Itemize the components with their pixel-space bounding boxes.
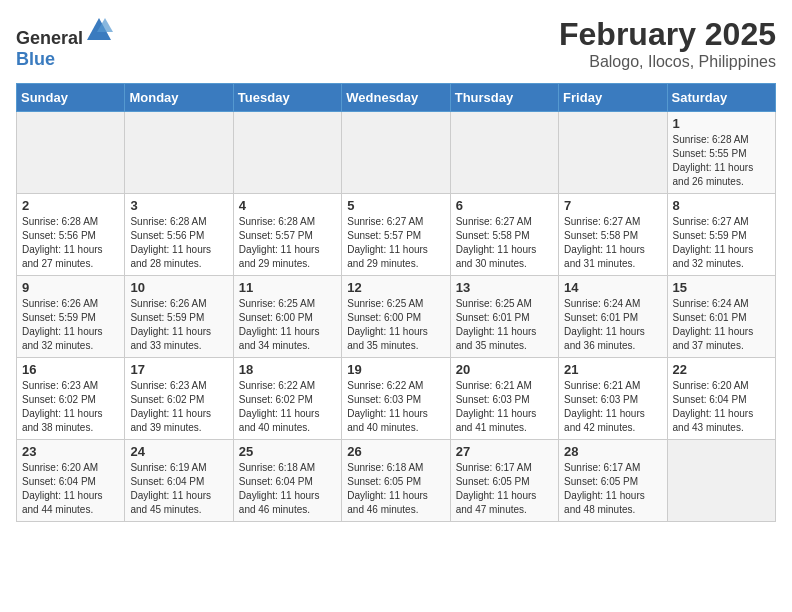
cell-content: Sunrise: 6:26 AMSunset: 5:59 PMDaylight:… [130, 297, 227, 353]
calendar-cell: 27Sunrise: 6:17 AMSunset: 6:05 PMDayligh… [450, 440, 558, 522]
day-number: 16 [22, 362, 119, 377]
calendar-cell: 9Sunrise: 6:26 AMSunset: 5:59 PMDaylight… [17, 276, 125, 358]
calendar-cell: 2Sunrise: 6:28 AMSunset: 5:56 PMDaylight… [17, 194, 125, 276]
day-number: 13 [456, 280, 553, 295]
calendar-cell: 25Sunrise: 6:18 AMSunset: 6:04 PMDayligh… [233, 440, 341, 522]
cell-content: Sunrise: 6:24 AMSunset: 6:01 PMDaylight:… [564, 297, 661, 353]
calendar-cell [125, 112, 233, 194]
calendar-cell: 1Sunrise: 6:28 AMSunset: 5:55 PMDaylight… [667, 112, 775, 194]
header: General Blue February 2025 Balogo, Iloco… [16, 16, 776, 71]
cell-content: Sunrise: 6:25 AMSunset: 6:00 PMDaylight:… [239, 297, 336, 353]
day-number: 26 [347, 444, 444, 459]
day-number: 9 [22, 280, 119, 295]
cell-content: Sunrise: 6:28 AMSunset: 5:57 PMDaylight:… [239, 215, 336, 271]
day-number: 2 [22, 198, 119, 213]
cell-content: Sunrise: 6:20 AMSunset: 6:04 PMDaylight:… [22, 461, 119, 517]
cell-content: Sunrise: 6:27 AMSunset: 5:57 PMDaylight:… [347, 215, 444, 271]
day-number: 28 [564, 444, 661, 459]
cell-content: Sunrise: 6:27 AMSunset: 5:58 PMDaylight:… [564, 215, 661, 271]
day-number: 8 [673, 198, 770, 213]
weekday-header-wednesday: Wednesday [342, 84, 450, 112]
calendar-week-1: 1Sunrise: 6:28 AMSunset: 5:55 PMDaylight… [17, 112, 776, 194]
calendar-cell: 12Sunrise: 6:25 AMSunset: 6:00 PMDayligh… [342, 276, 450, 358]
day-number: 22 [673, 362, 770, 377]
calendar-cell: 7Sunrise: 6:27 AMSunset: 5:58 PMDaylight… [559, 194, 667, 276]
weekday-header-tuesday: Tuesday [233, 84, 341, 112]
calendar-cell [342, 112, 450, 194]
cell-content: Sunrise: 6:17 AMSunset: 6:05 PMDaylight:… [456, 461, 553, 517]
weekday-header-friday: Friday [559, 84, 667, 112]
day-number: 20 [456, 362, 553, 377]
day-number: 25 [239, 444, 336, 459]
calendar-week-2: 2Sunrise: 6:28 AMSunset: 5:56 PMDaylight… [17, 194, 776, 276]
cell-content: Sunrise: 6:28 AMSunset: 5:56 PMDaylight:… [130, 215, 227, 271]
cell-content: Sunrise: 6:25 AMSunset: 6:00 PMDaylight:… [347, 297, 444, 353]
weekday-header-sunday: Sunday [17, 84, 125, 112]
logo: General Blue [16, 16, 113, 70]
day-number: 12 [347, 280, 444, 295]
calendar-cell: 22Sunrise: 6:20 AMSunset: 6:04 PMDayligh… [667, 358, 775, 440]
location-title: Balogo, Ilocos, Philippines [559, 53, 776, 71]
calendar-cell: 26Sunrise: 6:18 AMSunset: 6:05 PMDayligh… [342, 440, 450, 522]
calendar-cell: 14Sunrise: 6:24 AMSunset: 6:01 PMDayligh… [559, 276, 667, 358]
calendar-cell [450, 112, 558, 194]
calendar-cell: 18Sunrise: 6:22 AMSunset: 6:02 PMDayligh… [233, 358, 341, 440]
logo-blue-text: Blue [16, 49, 55, 69]
calendar-cell: 19Sunrise: 6:22 AMSunset: 6:03 PMDayligh… [342, 358, 450, 440]
calendar-cell: 10Sunrise: 6:26 AMSunset: 5:59 PMDayligh… [125, 276, 233, 358]
weekday-header-thursday: Thursday [450, 84, 558, 112]
calendar-cell [667, 440, 775, 522]
calendar-cell: 24Sunrise: 6:19 AMSunset: 6:04 PMDayligh… [125, 440, 233, 522]
cell-content: Sunrise: 6:17 AMSunset: 6:05 PMDaylight:… [564, 461, 661, 517]
cell-content: Sunrise: 6:19 AMSunset: 6:04 PMDaylight:… [130, 461, 227, 517]
calendar-cell: 21Sunrise: 6:21 AMSunset: 6:03 PMDayligh… [559, 358, 667, 440]
day-number: 17 [130, 362, 227, 377]
calendar-cell: 23Sunrise: 6:20 AMSunset: 6:04 PMDayligh… [17, 440, 125, 522]
calendar-week-3: 9Sunrise: 6:26 AMSunset: 5:59 PMDaylight… [17, 276, 776, 358]
calendar-cell: 6Sunrise: 6:27 AMSunset: 5:58 PMDaylight… [450, 194, 558, 276]
day-number: 18 [239, 362, 336, 377]
day-number: 21 [564, 362, 661, 377]
day-number: 15 [673, 280, 770, 295]
cell-content: Sunrise: 6:23 AMSunset: 6:02 PMDaylight:… [130, 379, 227, 435]
calendar: SundayMondayTuesdayWednesdayThursdayFrid… [16, 83, 776, 522]
cell-content: Sunrise: 6:22 AMSunset: 6:02 PMDaylight:… [239, 379, 336, 435]
logo-icon [85, 16, 113, 44]
calendar-cell: 17Sunrise: 6:23 AMSunset: 6:02 PMDayligh… [125, 358, 233, 440]
day-number: 1 [673, 116, 770, 131]
calendar-cell: 4Sunrise: 6:28 AMSunset: 5:57 PMDaylight… [233, 194, 341, 276]
day-number: 14 [564, 280, 661, 295]
calendar-cell [17, 112, 125, 194]
cell-content: Sunrise: 6:21 AMSunset: 6:03 PMDaylight:… [564, 379, 661, 435]
day-number: 27 [456, 444, 553, 459]
month-title: February 2025 [559, 16, 776, 53]
cell-content: Sunrise: 6:26 AMSunset: 5:59 PMDaylight:… [22, 297, 119, 353]
cell-content: Sunrise: 6:18 AMSunset: 6:04 PMDaylight:… [239, 461, 336, 517]
calendar-cell: 15Sunrise: 6:24 AMSunset: 6:01 PMDayligh… [667, 276, 775, 358]
weekday-header-monday: Monday [125, 84, 233, 112]
day-number: 19 [347, 362, 444, 377]
calendar-week-4: 16Sunrise: 6:23 AMSunset: 6:02 PMDayligh… [17, 358, 776, 440]
calendar-cell: 3Sunrise: 6:28 AMSunset: 5:56 PMDaylight… [125, 194, 233, 276]
day-number: 23 [22, 444, 119, 459]
calendar-cell: 8Sunrise: 6:27 AMSunset: 5:59 PMDaylight… [667, 194, 775, 276]
cell-content: Sunrise: 6:24 AMSunset: 6:01 PMDaylight:… [673, 297, 770, 353]
cell-content: Sunrise: 6:28 AMSunset: 5:56 PMDaylight:… [22, 215, 119, 271]
weekday-header-saturday: Saturday [667, 84, 775, 112]
cell-content: Sunrise: 6:22 AMSunset: 6:03 PMDaylight:… [347, 379, 444, 435]
cell-content: Sunrise: 6:21 AMSunset: 6:03 PMDaylight:… [456, 379, 553, 435]
calendar-cell: 28Sunrise: 6:17 AMSunset: 6:05 PMDayligh… [559, 440, 667, 522]
day-number: 11 [239, 280, 336, 295]
calendar-cell: 20Sunrise: 6:21 AMSunset: 6:03 PMDayligh… [450, 358, 558, 440]
calendar-week-5: 23Sunrise: 6:20 AMSunset: 6:04 PMDayligh… [17, 440, 776, 522]
cell-content: Sunrise: 6:20 AMSunset: 6:04 PMDaylight:… [673, 379, 770, 435]
day-number: 3 [130, 198, 227, 213]
day-number: 7 [564, 198, 661, 213]
logo-general-text: General [16, 28, 83, 48]
cell-content: Sunrise: 6:18 AMSunset: 6:05 PMDaylight:… [347, 461, 444, 517]
calendar-cell: 16Sunrise: 6:23 AMSunset: 6:02 PMDayligh… [17, 358, 125, 440]
cell-content: Sunrise: 6:25 AMSunset: 6:01 PMDaylight:… [456, 297, 553, 353]
day-number: 24 [130, 444, 227, 459]
weekday-header-row: SundayMondayTuesdayWednesdayThursdayFrid… [17, 84, 776, 112]
calendar-cell [559, 112, 667, 194]
